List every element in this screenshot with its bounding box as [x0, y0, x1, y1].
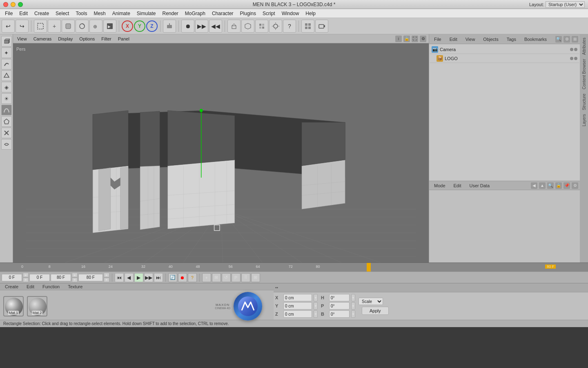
menu-select[interactable]: Select: [52, 10, 72, 17]
coord-y-input[interactable]: [283, 302, 312, 310]
coord-p-input[interactable]: [329, 302, 350, 310]
rs-tab-structure[interactable]: Structure: [581, 92, 587, 112]
menu-character[interactable]: Character: [209, 10, 237, 17]
attr-settings-icon[interactable]: ⚙: [572, 182, 578, 189]
rp-filter-icon[interactable]: ⚙: [564, 36, 570, 43]
end-frame-up[interactable]: ▲: [72, 273, 78, 277]
coord-z-stepper[interactable]: ▼: [314, 310, 318, 318]
menu-mograph[interactable]: MoGraph: [182, 10, 209, 17]
lt-spline-button[interactable]: [1, 105, 12, 115]
lt-tool2-button[interactable]: [1, 128, 12, 138]
3d-viewport[interactable]: Perspective: [13, 43, 429, 263]
play-next-button[interactable]: ▶▶: [144, 273, 153, 282]
transform-button[interactable]: [163, 20, 176, 33]
end-frame-down[interactable]: ▼: [72, 278, 78, 282]
attr-tab-edit[interactable]: Edit: [450, 182, 465, 189]
goto-start-button[interactable]: ⏮: [115, 273, 124, 282]
vp-menu-filter[interactable]: Filter: [100, 36, 113, 42]
menu-edit[interactable]: Edit: [16, 10, 31, 17]
playback-end-up[interactable]: ▲: [104, 273, 109, 277]
rp-tab-file[interactable]: File: [431, 36, 445, 43]
vp-icon-settings[interactable]: ⚙: [420, 36, 426, 42]
attr-lock-icon[interactable]: 🔒: [555, 182, 562, 189]
coord-b-input[interactable]: [329, 310, 350, 318]
pb-dope-button[interactable]: ⊞: [251, 273, 260, 282]
menu-help[interactable]: Help: [302, 10, 319, 17]
move-tool-button[interactable]: [62, 20, 75, 33]
rp-camera-row[interactable]: 📷 Camera: [430, 45, 579, 54]
attr-pin-icon[interactable]: 📌: [564, 182, 570, 189]
pb-play-mode-button[interactable]: P: [232, 273, 241, 282]
lt-light-button[interactable]: ☀: [1, 93, 12, 104]
attr-up-arrow[interactable]: ▲: [539, 182, 546, 189]
menu-tools[interactable]: Tools: [72, 10, 90, 17]
lt-camera-obj-button[interactable]: ◈: [1, 82, 12, 92]
start-frame-input[interactable]: [29, 274, 50, 281]
layout-selector[interactable]: Layout: Startup (User): [529, 1, 585, 8]
play-forward-button[interactable]: ▶▶: [195, 20, 208, 33]
mat-tab-function[interactable]: Function: [39, 283, 63, 290]
scale-tool-button[interactable]: ⊕: [89, 20, 102, 33]
rs-tab-attributes[interactable]: Attributes: [581, 36, 587, 56]
material-1-swatch[interactable]: Mat.1: [3, 296, 24, 316]
goto-end-button[interactable]: ⏭: [154, 273, 163, 282]
rs-tab-content-browser[interactable]: Content Browser: [581, 57, 587, 91]
lt-cube-button[interactable]: [1, 36, 12, 47]
menu-animate[interactable]: Animate: [109, 10, 134, 17]
rp-tab-view[interactable]: View: [462, 36, 479, 43]
select-tool-button[interactable]: [34, 20, 47, 33]
end-frame-stepper[interactable]: ▲ ▼: [72, 273, 78, 282]
options-button[interactable]: ?: [283, 20, 296, 33]
record-button[interactable]: ⏺: [181, 20, 194, 33]
coord-x-input[interactable]: [283, 294, 312, 301]
mat-tab-edit[interactable]: Edit: [23, 283, 38, 290]
axis-y-button[interactable]: Y: [134, 20, 145, 32]
rp-tab-objects[interactable]: Objects: [480, 36, 501, 43]
wireframe-button[interactable]: [241, 20, 254, 33]
texture-view-button[interactable]: [255, 20, 268, 33]
mat-tab-create[interactable]: Create: [2, 283, 22, 290]
camera-button[interactable]: [315, 20, 328, 33]
rp-tab-bookmarks[interactable]: Bookmarks: [521, 36, 550, 43]
apply-button[interactable]: Apply: [362, 307, 389, 315]
vp-menu-view[interactable]: View: [16, 36, 29, 42]
pb-timeline-button[interactable]: ⠿: [241, 273, 250, 282]
pb-add-key-button[interactable]: +: [202, 273, 211, 282]
playback-end-input[interactable]: [78, 274, 103, 281]
playback-end-stepper[interactable]: ▲ ▼: [104, 273, 109, 282]
axis-z-button[interactable]: Z: [146, 20, 158, 32]
play-back-button[interactable]: ◀◀: [209, 20, 222, 33]
menu-render[interactable]: Render: [159, 10, 182, 17]
pb-refresh-button[interactable]: ↺: [222, 273, 231, 282]
material-2-swatch[interactable]: Mat.2: [27, 296, 47, 316]
frame-up[interactable]: ▲: [23, 273, 29, 277]
lt-deform-button[interactable]: [1, 59, 12, 70]
redo-button[interactable]: ↪: [16, 20, 29, 33]
undo-button[interactable]: ↩: [2, 20, 15, 33]
axis-x-button[interactable]: X: [122, 20, 133, 32]
playback-end-down[interactable]: ▼: [104, 278, 109, 282]
lt-polygon-button[interactable]: [1, 116, 12, 127]
coord-x-stepper[interactable]: ▼: [314, 294, 318, 301]
attr-tab-userdata[interactable]: User Data: [466, 182, 493, 189]
menu-simulate[interactable]: Simulate: [134, 10, 159, 17]
pb-record-button[interactable]: ⏺: [178, 273, 187, 282]
menu-script[interactable]: Script: [259, 10, 278, 17]
layout-dropdown[interactable]: Startup (User): [546, 1, 585, 8]
menu-file[interactable]: File: [2, 10, 16, 17]
frame-down[interactable]: ▼: [23, 278, 29, 282]
menu-window[interactable]: Window: [278, 10, 303, 17]
scale-mode-dropdown[interactable]: Scale: [359, 298, 383, 305]
rp-settings-icon[interactable]: ⊞: [572, 36, 578, 43]
coord-y-stepper[interactable]: ▼: [314, 302, 318, 310]
vp-icon-expand[interactable]: ↕: [395, 36, 402, 42]
pb-record-param-button[interactable]: ?: [188, 273, 197, 282]
coord-h-input[interactable]: [329, 294, 350, 301]
pb-key-square-button[interactable]: ⊞: [212, 273, 221, 282]
close-button[interactable]: [3, 2, 8, 7]
menu-create[interactable]: Create: [31, 10, 52, 17]
rp-logo-row[interactable]: 📦 LOGO: [430, 54, 579, 63]
lt-scene-button[interactable]: [1, 70, 12, 81]
play-button[interactable]: ▶: [134, 273, 143, 282]
timeline-bar[interactable]: 0 8 16 24 32 40 48 56 64 72 80 80 F: [0, 263, 588, 272]
